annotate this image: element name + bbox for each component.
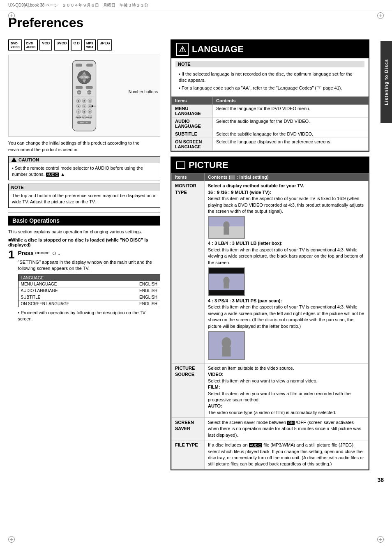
caution-text: • Set the remote control mode selector t…	[12, 166, 143, 177]
svg-text:ENTER: ENTER	[81, 77, 88, 79]
badge-cd: C D	[71, 39, 82, 51]
pic-col-items: Items	[172, 173, 205, 181]
choice-circle: ○	[52, 249, 57, 258]
top-bar-text: UX-QD9[A].book 38 ページ ２００４年９月６日 月曜日 午後３時…	[8, 2, 148, 8]
picture-section: PICTURE Items Contents ( : initial setti…	[171, 157, 369, 470]
note-body-1: The top and bottom of the preference scr…	[9, 191, 160, 207]
basic-operations-heading: Basic Operations	[8, 216, 160, 226]
svg-rect-50	[209, 290, 244, 295]
lang-row-audio: AUDIO LANGUAGE Select the audio language…	[172, 117, 369, 130]
pic-col-contents: Contents ( : initial setting)	[205, 173, 369, 181]
left-column: DVDVIDEO DVDAUDIO VCD SVCD C D MP3WMA JP…	[8, 39, 164, 470]
step-1-number: 1	[8, 249, 15, 322]
caution-triangle-icon	[11, 157, 17, 162]
svg-rect-11	[86, 86, 92, 89]
pic-row-filetype: FILE TYPE If a disc includes an AUDIO fi…	[172, 440, 369, 470]
remote-control-area: ENTER CHOICE ON/CHAN 1 2 3 4	[8, 55, 160, 137]
corner-mark-tl	[8, 12, 15, 19]
choice-superscript: CHOICE	[35, 251, 50, 255]
while-disc-text: ■While a disc is stopped or no disc is l…	[8, 237, 160, 247]
svg-text:3: 3	[89, 100, 90, 102]
svg-text:10 RETURN: 10 RETURN	[80, 116, 89, 118]
badge-vcd: VCD	[39, 39, 52, 51]
tv-image-panscan	[208, 331, 245, 360]
lang-content-onscreen: Select the language displayed on the pre…	[213, 138, 369, 151]
pic-content-filetype: If a disc includes an AUDIO file (MP3/WM…	[205, 440, 369, 470]
page-title: Preferences	[0, 11, 392, 30]
svg-rect-1	[76, 64, 82, 67]
badge-dvd-audio: DVDAUDIO	[24, 39, 38, 51]
svg-text:100+: 100+	[88, 116, 92, 118]
number-buttons-label: Number buttons	[129, 90, 158, 94]
svg-text:9: 9	[89, 111, 90, 113]
audio-tag-2: AUDIO	[249, 443, 263, 447]
svg-text:1: 1	[78, 100, 79, 102]
language-note-header: NOTE	[175, 61, 364, 67]
pic-content-source: Select an item suitable to the video sou…	[205, 363, 369, 417]
svg-text:PLAY LIST: PLAY LIST	[80, 122, 88, 124]
lang-item-menu: MENU LANGUAGE	[172, 105, 213, 117]
settings-screen-header: LANGUAGE	[18, 275, 160, 281]
note-box-1: NOTE The top and bottom of the preferenc…	[8, 184, 160, 208]
settings-screen: LANGUAGE MENU LANGUAGE ENGLISH AUDIO LAN…	[18, 274, 160, 307]
tv-image-letterbox	[208, 267, 245, 296]
caution-body: • Set the remote control mode selector t…	[9, 163, 160, 180]
picture-icon	[176, 161, 185, 169]
language-section: ⚠ LANGUAGE NOTE • If the selected langua…	[171, 39, 369, 152]
audio-tag: AUDIO	[46, 173, 60, 177]
caption-text: You can change the initial settings of t…	[8, 140, 160, 153]
step-1-content: Press CHOICE ○ . "SETTING" appears in th…	[18, 249, 160, 322]
main-content: DVDVIDEO DVDAUDIO VCD SVCD C D MP3WMA JP…	[0, 35, 392, 474]
badge-svcd: SVCD	[54, 39, 69, 51]
settings-row-onscreen: ON SCREEN LANGUAGE ENGLISH	[18, 301, 160, 307]
picture-title: PICTURE	[171, 157, 369, 173]
lang-item-onscreen: ON SCREEN LANGUAGE	[172, 138, 213, 151]
badge-mp3wma: MP3WMA	[84, 39, 96, 51]
lang-content-menu: Select the language for the DVD VIDEO me…	[213, 105, 369, 117]
corner-mark-tr	[377, 12, 384, 19]
format-badges: DVDVIDEO DVDAUDIO VCD SVCD C D MP3WMA JP…	[8, 39, 160, 51]
badge-dvd-video: DVDVIDEO	[8, 39, 22, 51]
caution-box: CAUTION • Set the remote control mode se…	[8, 156, 160, 180]
caution-header: CAUTION	[9, 157, 160, 163]
page-number: 38	[0, 474, 392, 485]
pic-row-monitor: MONITOR TYPE Select a display method sui…	[172, 181, 369, 363]
step-1: 1 Press CHOICE ○ . "SETTING" appears in …	[8, 249, 160, 322]
svg-rect-10	[76, 86, 83, 89]
svg-rect-2	[87, 64, 93, 67]
settings-row-menu-lang: MENU LANGUAGE ENGLISH	[18, 281, 160, 288]
picture-table: Items Contents ( : initial setting) MONI…	[171, 173, 369, 469]
svg-point-55	[222, 337, 231, 348]
svg-rect-56	[222, 347, 231, 357]
svg-text:ON/CHAN: ON/CHAN	[86, 92, 93, 94]
settings-row-audio-lang: AUDIO LANGUAGE ENGLISH	[18, 288, 160, 294]
pic-content-screensaver: Select the screen saver mode between ON …	[205, 418, 369, 440]
proceed-text: • Proceed with operations by following t…	[18, 310, 160, 322]
svg-rect-53	[224, 283, 229, 288]
lang-item-subtitle: SUBTITLE	[172, 130, 213, 138]
right-column: ⚠ LANGUAGE NOTE • If the selected langua…	[171, 39, 384, 470]
pic-row-screensaver: SCREEN SAVER Select the screen saver mod…	[172, 418, 369, 440]
pic-item-source: PICTURE SOURCE	[172, 363, 205, 417]
basic-operations-intro: This section explains basic operation fo…	[8, 229, 160, 235]
language-icon: ⚠	[176, 43, 189, 56]
lang-content-subtitle: Select the subtitle language for the DVD…	[213, 130, 369, 138]
svg-text:8: 8	[83, 111, 85, 113]
note-header-1: NOTE	[9, 184, 160, 191]
language-note-body: • If the selected language is not record…	[175, 69, 364, 94]
svg-text:CHOICE: CHOICE	[76, 92, 82, 94]
settings-row-subtitle: SUBTITLE ENGLISH	[18, 294, 160, 301]
lang-content-audio: Select the audio language for the DVD VI…	[213, 117, 369, 130]
remote-svg: ENTER CHOICE ON/CHAN 1 2 3 4	[67, 59, 101, 133]
divider-1	[8, 212, 160, 212]
on-tag: ON	[287, 421, 295, 425]
lang-col-contents: Contents	[213, 97, 369, 105]
right-tab: Listening to Discs	[380, 41, 392, 123]
svg-text:2: 2	[83, 100, 85, 102]
lang-col-items: Items	[172, 97, 213, 105]
corner-mark-bl	[8, 536, 15, 543]
lang-item-audio: AUDIO LANGUAGE	[172, 117, 213, 130]
pic-item-screensaver: SCREEN SAVER	[172, 418, 205, 440]
language-table: Items Contents MENU LANGUAGE Select the …	[171, 97, 369, 151]
caution-label: CAUTION	[18, 157, 39, 162]
